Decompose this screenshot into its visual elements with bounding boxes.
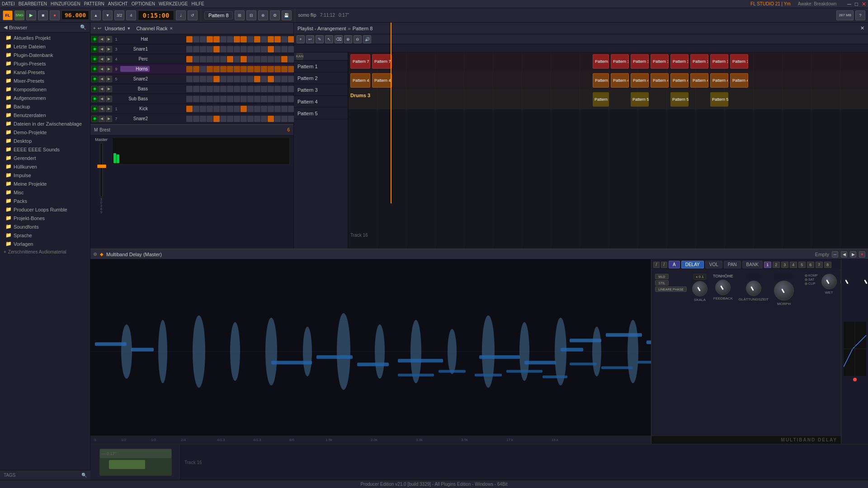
step[interactable] bbox=[227, 116, 233, 122]
pattern-block[interactable]: Pattern 4 bbox=[730, 73, 748, 88]
step[interactable] bbox=[261, 76, 267, 82]
step[interactable] bbox=[288, 76, 294, 82]
plugin-tab-slash[interactable]: / bbox=[653, 262, 660, 268]
menu-datei[interactable]: DATEI bbox=[2, 1, 15, 6]
step[interactable] bbox=[241, 86, 247, 92]
bank-btn-4[interactable]: 4 bbox=[790, 262, 797, 268]
step[interactable] bbox=[193, 106, 199, 112]
play-button[interactable]: ▶ bbox=[26, 10, 36, 20]
step[interactable] bbox=[200, 76, 206, 82]
mld-switch[interactable]: MLD bbox=[655, 274, 669, 279]
sidebar-back-btn[interactable]: ◀ bbox=[4, 24, 7, 30]
ch-led-subbass[interactable] bbox=[91, 96, 98, 102]
pattern-list-item-4[interactable]: Pattern 4 bbox=[294, 96, 348, 108]
record-button[interactable]: ● bbox=[50, 10, 60, 20]
step[interactable] bbox=[200, 66, 206, 72]
pattern-block[interactable]: Pattern 1 bbox=[611, 54, 629, 69]
step[interactable] bbox=[234, 46, 240, 52]
step[interactable] bbox=[207, 46, 213, 52]
step[interactable] bbox=[268, 86, 274, 92]
step[interactable] bbox=[200, 56, 206, 62]
sidebar-item-misc[interactable]: 📁 Misc bbox=[0, 188, 90, 197]
step[interactable] bbox=[247, 116, 254, 122]
step[interactable] bbox=[227, 46, 233, 52]
step[interactable] bbox=[254, 66, 260, 72]
ch-mute2-kick[interactable]: ▶ bbox=[106, 106, 112, 112]
step[interactable] bbox=[241, 66, 247, 72]
sidebar-item-plugin-presets[interactable]: 📁 Plugin-Presets bbox=[0, 59, 90, 68]
sidebar-item-desktop[interactable]: 📁 Desktop bbox=[0, 136, 90, 145]
step[interactable] bbox=[213, 96, 220, 102]
step[interactable] bbox=[254, 36, 260, 42]
step[interactable] bbox=[200, 86, 206, 92]
step[interactable] bbox=[261, 106, 267, 112]
step[interactable] bbox=[186, 66, 193, 72]
channel-name-horns[interactable]: Horns bbox=[120, 66, 150, 72]
ch-led-snare2[interactable] bbox=[91, 76, 98, 82]
pattern-list-item-2[interactable]: Pattern 2 bbox=[294, 72, 348, 84]
channel-rack-sort-arrow[interactable]: ▼ bbox=[127, 26, 131, 31]
step[interactable] bbox=[213, 36, 220, 42]
step[interactable] bbox=[207, 56, 213, 62]
step[interactable] bbox=[274, 96, 281, 102]
pattern-block[interactable]: Pattern 1 bbox=[651, 54, 669, 69]
step[interactable] bbox=[247, 56, 254, 62]
step[interactable] bbox=[274, 46, 281, 52]
metronome-btn[interactable]: ♩ bbox=[176, 10, 186, 20]
step[interactable] bbox=[268, 96, 274, 102]
pattern-block[interactable]: Pattern 4 bbox=[690, 73, 708, 88]
bpm-up[interactable]: ▲ bbox=[91, 10, 101, 20]
sidebar-item-plugin-db[interactable]: 📁 Plugin-Datenbank bbox=[0, 51, 90, 59]
step[interactable] bbox=[200, 116, 206, 122]
channel-name-bass[interactable]: Bass bbox=[120, 86, 150, 91]
step[interactable] bbox=[186, 36, 193, 42]
snap-btn[interactable]: ⊞ bbox=[235, 10, 245, 20]
step[interactable] bbox=[241, 106, 247, 112]
step[interactable] bbox=[220, 76, 226, 82]
step[interactable] bbox=[213, 106, 220, 112]
step[interactable] bbox=[274, 36, 281, 42]
pattern-block[interactable]: Pattern 5 bbox=[710, 92, 728, 107]
plugin-mode-bank[interactable]: BANK bbox=[742, 261, 763, 268]
knob-skala[interactable] bbox=[692, 281, 708, 296]
ch-mute2-perc[interactable]: ▶ bbox=[106, 56, 112, 62]
beat-count[interactable]: 4 bbox=[126, 10, 136, 20]
sidebar-item-hullkurven[interactable]: 📁 Hüllkurven bbox=[0, 162, 90, 171]
step[interactable] bbox=[261, 96, 267, 102]
ch-led-kick[interactable] bbox=[91, 106, 98, 112]
bank-btn-6[interactable]: 6 bbox=[807, 262, 814, 268]
channel-rack-add-icon[interactable]: + bbox=[93, 26, 96, 31]
plugin-prev[interactable]: ◀ bbox=[841, 251, 847, 258]
step[interactable] bbox=[241, 96, 247, 102]
step[interactable] bbox=[186, 46, 193, 52]
bank-btn-5[interactable]: 5 bbox=[798, 262, 806, 268]
step[interactable] bbox=[274, 116, 281, 122]
step[interactable] bbox=[281, 96, 288, 102]
step[interactable] bbox=[193, 46, 199, 52]
bpm-display[interactable]: 96.000 bbox=[61, 10, 89, 20]
step[interactable] bbox=[254, 46, 260, 52]
pattern-block[interactable]: Pattern 4 bbox=[670, 73, 689, 88]
sidebar-item-packs[interactable]: 📁 Packs bbox=[0, 197, 90, 205]
channel-rack-close-icon[interactable]: ✕ bbox=[170, 26, 173, 31]
ch-led-snare2b[interactable] bbox=[91, 116, 98, 122]
step[interactable] bbox=[281, 66, 288, 72]
sidebar-item-backup[interactable]: 📁 Backup bbox=[0, 102, 90, 111]
plugin-tab-slash2[interactable]: / bbox=[661, 262, 667, 268]
sidebar-item-meine[interactable]: 📁 Meine Projekte bbox=[0, 179, 90, 188]
step[interactable] bbox=[241, 116, 247, 122]
playlist-close-btn[interactable]: ✕ bbox=[860, 25, 864, 31]
bank-btn-2[interactable]: 2 bbox=[773, 262, 780, 268]
menu-werkzeuge[interactable]: WERKZEUGE bbox=[159, 1, 188, 6]
channel-name-snare1[interactable]: Snare1 bbox=[120, 47, 150, 52]
pattern-selector[interactable]: Pattern 8 bbox=[204, 11, 233, 19]
step[interactable] bbox=[254, 56, 260, 62]
pl-undo-btn[interactable]: ↩ bbox=[306, 35, 314, 43]
bank-btn-8[interactable]: 8 bbox=[824, 262, 831, 268]
sidebar-item-eeee[interactable]: 📁 EEEE EEEE Sounds bbox=[0, 145, 90, 154]
step[interactable] bbox=[288, 46, 294, 52]
step[interactable] bbox=[281, 86, 288, 92]
sidebar-item-impulse[interactable]: 📁 Impulse bbox=[0, 171, 90, 179]
ch-mute2-snare2b[interactable]: ▶ bbox=[106, 116, 112, 122]
step[interactable] bbox=[220, 56, 226, 62]
